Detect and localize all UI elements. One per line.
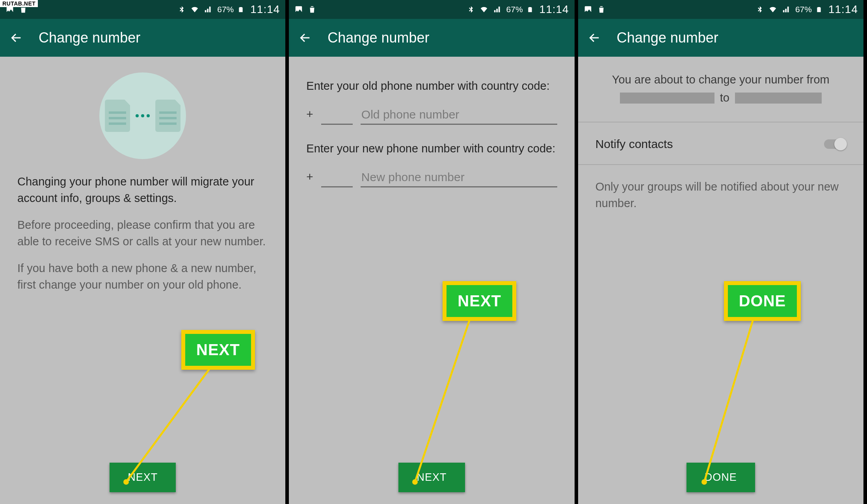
confirm-text: You are about to change your number from: [595, 71, 846, 88]
notify-contacts-row[interactable]: Notify contacts: [595, 122, 846, 163]
sim-card-icon: [105, 100, 130, 132]
phone-screen-2: 67% 11:14 Change number Enter your old p…: [289, 0, 578, 504]
new-phone-input[interactable]: [361, 168, 557, 187]
page-title: Change number: [617, 30, 718, 46]
number-from-to-row: to: [595, 91, 846, 104]
trash-icon: [308, 5, 316, 14]
status-bar: 67% 11:14: [578, 0, 863, 19]
battery-icon: [816, 5, 822, 14]
battery-icon: [238, 5, 244, 14]
phone-screen-1: RUTAB.NET 67% 11:14: [0, 0, 289, 504]
signal-icon: [493, 5, 502, 14]
bluetooth-icon: [467, 5, 475, 14]
intro-text-both: If you have both a new phone & a new num…: [17, 260, 268, 293]
app-bar: Change number: [289, 19, 574, 57]
battery-percent: 67%: [217, 5, 234, 14]
status-bar: 67% 11:14: [0, 0, 285, 19]
battery-icon: [527, 5, 533, 14]
wifi-icon: [479, 5, 489, 14]
notify-contacts-toggle[interactable]: [824, 139, 846, 149]
intro-text-sms: Before proceeding, please confirm that y…: [17, 217, 268, 250]
page-title: Change number: [327, 30, 429, 46]
old-number-label: Enter your old phone number with country…: [306, 78, 557, 94]
callout-next-button: NEXT: [443, 281, 516, 321]
redacted-new-number: [735, 93, 822, 104]
image-icon: [294, 5, 303, 14]
plus-prefix: +: [306, 170, 313, 187]
callout-next-button: NEXT: [181, 330, 255, 370]
status-bar: 67% 11:14: [289, 0, 574, 19]
content-area: Changing your phone number will migrate …: [0, 57, 285, 504]
sim-card-icon: [155, 100, 180, 132]
signal-icon: [204, 5, 213, 14]
watermark: RUTAB.NET: [0, 0, 38, 7]
signal-icon: [782, 5, 791, 14]
old-phone-input[interactable]: [361, 106, 557, 125]
bluetooth-icon: [756, 5, 764, 14]
plus-prefix: +: [306, 107, 313, 125]
sim-illustration: [99, 72, 186, 159]
svg-line-2: [415, 318, 470, 482]
redacted-old-number: [620, 93, 714, 104]
next-button[interactable]: NEXT: [398, 463, 465, 492]
back-arrow-icon[interactable]: [298, 31, 312, 44]
intro-text-main: Changing your phone number will migrate …: [17, 173, 268, 206]
callout-done-button: DONE: [724, 281, 801, 321]
new-number-label: Enter your new phone number with country…: [306, 141, 557, 156]
notify-contacts-label: Notify contacts: [595, 137, 673, 151]
svg-line-4: [704, 318, 754, 482]
clock-text: 11:14: [828, 3, 858, 16]
content-area: You are about to change your number from…: [578, 57, 863, 504]
battery-percent: 67%: [506, 5, 523, 14]
wifi-icon: [768, 5, 778, 14]
content-area: Enter your old phone number with country…: [289, 57, 574, 504]
to-word: to: [720, 91, 729, 104]
page-title: Change number: [39, 30, 140, 46]
wifi-icon: [190, 5, 200, 14]
clock-text: 11:14: [250, 3, 280, 16]
phone-screen-3: 67% 11:14 Change number You are about to…: [578, 0, 867, 504]
back-arrow-icon[interactable]: [9, 31, 23, 44]
next-button[interactable]: NEXT: [110, 463, 176, 492]
old-country-code-input[interactable]: [321, 106, 353, 125]
new-country-code-input[interactable]: [321, 168, 353, 187]
sim-dots-icon: [136, 114, 150, 117]
trash-icon: [597, 5, 606, 14]
back-arrow-icon[interactable]: [588, 31, 601, 44]
app-bar: Change number: [578, 19, 863, 57]
divider: [578, 164, 863, 165]
clock-text: 11:14: [540, 3, 569, 16]
battery-percent: 67%: [795, 5, 812, 14]
app-bar: Change number: [0, 19, 285, 57]
notify-note: Only your groups will be notified about …: [595, 178, 846, 211]
image-icon: [584, 5, 592, 14]
done-button[interactable]: DONE: [687, 463, 755, 492]
bluetooth-icon: [178, 5, 186, 14]
